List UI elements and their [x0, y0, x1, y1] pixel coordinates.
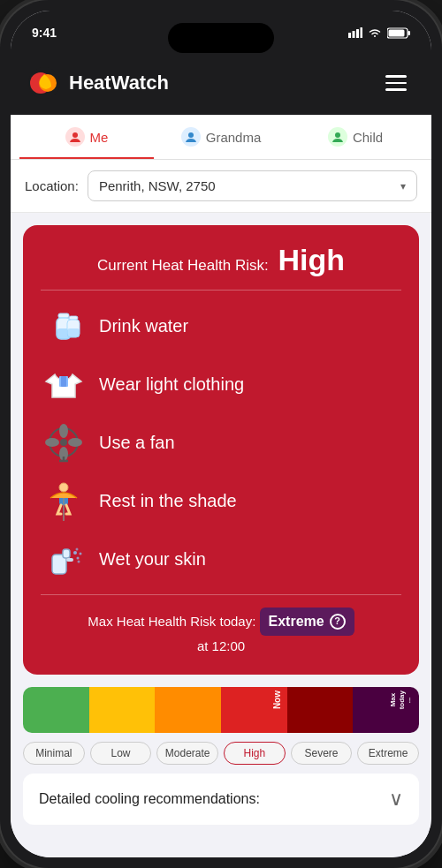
use-fan-text: Use a fan	[99, 433, 175, 453]
location-label: Location:	[25, 178, 79, 193]
phone-frame: 9:41	[0, 0, 442, 868]
max-risk-time: 12:00	[212, 638, 246, 653]
heat-risk-title: Current Heat Health Risk: High	[41, 243, 401, 277]
tab-me-label: Me	[90, 130, 109, 145]
now-label: Now	[272, 691, 282, 709]
legend-severe: Severe	[291, 742, 353, 765]
drink-water-text: Drink water	[99, 316, 188, 336]
max-risk-prefix: Max Heat Health Risk today:	[88, 614, 255, 629]
rec-wet-skin: Wet your skin	[41, 536, 401, 582]
divider-top	[41, 290, 401, 291]
location-bar: Location: Penrith, NSW, 2750 ▾	[11, 160, 431, 213]
signal-icon	[348, 27, 362, 38]
svg-rect-2	[356, 29, 359, 38]
dynamic-island	[168, 23, 274, 53]
phone-screen: 9:41	[11, 11, 431, 857]
app-logo-icon	[28, 67, 60, 99]
svg-point-22	[60, 439, 67, 446]
legend-extreme: Extreme	[357, 742, 419, 765]
svg-point-23	[59, 424, 68, 438]
cooling-chevron-icon: ∨	[389, 788, 403, 811]
heat-risk-card: Current Heat Health Risk: High	[23, 225, 419, 675]
svg-point-11	[188, 132, 194, 138]
svg-rect-0	[348, 33, 351, 38]
location-chevron-icon: ▾	[400, 180, 406, 192]
status-time: 9:41	[32, 26, 57, 40]
svg-point-38	[80, 553, 82, 555]
svg-rect-20	[61, 376, 66, 387]
content-area: Me Grandma	[11, 115, 431, 857]
svg-rect-18	[67, 328, 80, 337]
info-icon[interactable]: ?	[330, 614, 346, 630]
svg-rect-34	[66, 558, 73, 562]
rec-use-fan: Use a fan	[41, 419, 401, 465]
max-today-label: Maxtoday···	[389, 691, 415, 709]
location-selector[interactable]: Penrith, NSW, 2750 ▾	[88, 170, 417, 201]
heat-risk-level: High	[278, 243, 345, 276]
svg-point-12	[335, 132, 340, 138]
recommendations-list: Drink water Wear light clothing	[41, 303, 401, 582]
risk-gradient-bar: Now Maxtoday···	[23, 687, 419, 733]
extreme-level: Extreme	[269, 610, 324, 633]
risk-segments: Now Maxtoday···	[23, 687, 419, 733]
rest-shade-text: Rest in the shade	[99, 491, 237, 511]
cooling-label: Detailed cooling recommendations:	[39, 791, 260, 807]
cooling-section[interactable]: Detailed cooling recommendations: ∨	[23, 774, 419, 825]
svg-rect-5	[408, 31, 411, 35]
svg-rect-3	[361, 27, 363, 38]
svg-point-39	[78, 561, 80, 563]
rest-shade-icon	[41, 478, 87, 524]
tab-child[interactable]: Child	[288, 115, 423, 159]
use-fan-icon	[41, 419, 87, 465]
svg-point-37	[76, 548, 79, 551]
legend-minimal: Minimal	[23, 742, 85, 765]
legend-high: High	[224, 742, 286, 765]
svg-point-35	[73, 551, 77, 555]
rec-wear-clothing: Wear light clothing	[41, 361, 401, 407]
segment-moderate	[155, 687, 221, 733]
battery-icon	[387, 27, 410, 39]
segment-extreme: Maxtoday···	[353, 687, 419, 733]
drink-water-icon	[41, 303, 87, 349]
segment-low	[89, 687, 156, 733]
status-bar: 9:41	[11, 11, 431, 55]
segment-severe	[287, 687, 354, 733]
svg-rect-33	[63, 549, 70, 558]
rec-drink-water: Drink water	[41, 303, 401, 349]
risk-legend: Minimal Low Moderate High Severe Extreme	[23, 742, 419, 765]
max-risk-section: Max Heat Health Risk today: Extreme ? at…	[41, 608, 401, 657]
tab-me[interactable]: Me	[19, 115, 154, 159]
svg-point-36	[77, 557, 80, 560]
app-title: HeatWatch	[69, 72, 169, 94]
svg-point-10	[72, 132, 78, 138]
svg-point-24	[68, 438, 82, 447]
me-avatar-icon	[65, 127, 85, 147]
profile-tabs: Me Grandma	[11, 115, 431, 160]
tab-grandma[interactable]: Grandma	[154, 115, 288, 159]
wet-skin-text: Wet your skin	[99, 549, 206, 570]
tab-grandma-label: Grandma	[206, 130, 262, 145]
nav-logo: HeatWatch	[28, 67, 169, 99]
svg-rect-6	[389, 29, 405, 36]
svg-rect-16	[69, 316, 78, 320]
bottom-spacer	[11, 834, 431, 851]
legend-low: Low	[90, 742, 152, 765]
segment-minimal	[23, 687, 89, 733]
max-risk-time-prefix: at	[197, 638, 209, 653]
divider-bottom	[41, 594, 401, 595]
tab-child-label: Child	[353, 130, 383, 145]
hamburger-line-2	[385, 82, 407, 85]
hamburger-button[interactable]	[378, 65, 414, 101]
grandma-avatar-icon	[181, 127, 201, 147]
wear-clothing-icon	[41, 361, 87, 407]
svg-point-26	[45, 438, 59, 447]
extreme-badge: Extreme ?	[260, 608, 354, 636]
wifi-icon	[368, 27, 382, 38]
location-value: Penrith, NSW, 2750	[99, 178, 216, 193]
hamburger-line-3	[385, 88, 407, 91]
rec-rest-shade: Rest in the shade	[41, 478, 401, 524]
hamburger-line-1	[385, 75, 407, 78]
segment-high: Now	[221, 687, 287, 733]
child-avatar-icon	[328, 127, 347, 147]
wear-clothing-text: Wear light clothing	[99, 374, 244, 395]
